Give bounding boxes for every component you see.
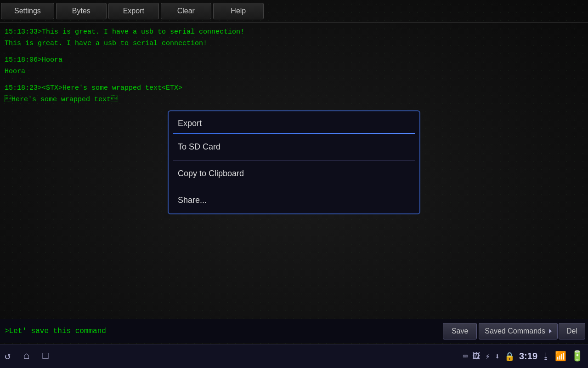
download-icon[interactable]: ⬇ xyxy=(495,351,500,362)
terminal-block-2: 15:18:06>Hoora Hoora xyxy=(5,55,583,77)
terminal-line-1b: This is great. I have a usb to serial co… xyxy=(5,39,583,49)
chevron-icon xyxy=(549,329,552,334)
terminal-line-2b: Hoora xyxy=(5,67,583,77)
wifi-icon: 📶 xyxy=(555,351,566,362)
bytes-button[interactable]: Bytes xyxy=(56,3,107,19)
modal-title: Export xyxy=(169,111,419,133)
bottom-bar: Save Saved Commands Del xyxy=(0,319,588,343)
saved-commands-label: Saved Commands xyxy=(485,327,545,335)
status-bar: ↺ ⌂ □ ⌨ 🖼 ⚡ ⬇ 🔒 3:19 ⭳ 📶 🔋 xyxy=(0,344,588,368)
terminal-block-1: 15:13:33>This is great. I have a usb to … xyxy=(5,27,583,49)
save-button[interactable]: Save xyxy=(443,323,477,339)
terminal-line-3a: 15:18:23><STX>Here's some wrapped text<E… xyxy=(5,83,583,94)
help-button[interactable]: Help xyxy=(213,3,264,19)
export-share-item[interactable]: Share... xyxy=(169,187,419,213)
status-right: ⌨ 🖼 ⚡ ⬇ 🔒 3:19 ⭳ 📶 🔋 xyxy=(463,350,583,362)
battery-icon: 🔋 xyxy=(571,350,583,362)
export-sd-card-item[interactable]: To SD Card xyxy=(169,134,419,160)
export-button[interactable]: Export xyxy=(108,3,159,19)
command-input[interactable] xyxy=(0,323,443,339)
usb-icon[interactable]: ⚡ xyxy=(485,351,490,362)
keyboard-icon[interactable]: ⌨ xyxy=(463,351,468,362)
terminal-line-1a: 15:13:33>This is great. I have a usb to … xyxy=(5,27,583,38)
settings-button[interactable]: Settings xyxy=(1,3,54,19)
toolbar: Settings Bytes Export Clear Help xyxy=(0,0,588,23)
saved-commands-button[interactable]: Saved Commands xyxy=(479,323,558,339)
image-icon[interactable]: 🖼 xyxy=(472,351,481,361)
status-left: ↺ ⌂ □ xyxy=(5,350,49,362)
clear-button[interactable]: Clear xyxy=(161,3,211,19)
home-icon[interactable]: ⌂ xyxy=(23,351,29,362)
terminal-line-3b: Here's some wrapped text xyxy=(5,95,583,105)
terminal-line-2a: 15:18:06>Hoora xyxy=(5,55,583,66)
lock-icon[interactable]: 🔒 xyxy=(504,351,514,362)
export-modal: Export To SD Card Copy to Clipboard Shar… xyxy=(168,110,420,214)
back-icon[interactable]: ↺ xyxy=(5,350,11,362)
export-clipboard-item[interactable]: Copy to Clipboard xyxy=(169,161,419,187)
del-button[interactable]: Del xyxy=(559,323,585,339)
clock-display: 3:19 xyxy=(519,351,537,362)
recents-icon[interactable]: □ xyxy=(42,351,48,362)
terminal-block-3: 15:18:23><STX>Here's some wrapped text<E… xyxy=(5,83,583,105)
bluetooth-icon: ⭳ xyxy=(542,351,550,361)
